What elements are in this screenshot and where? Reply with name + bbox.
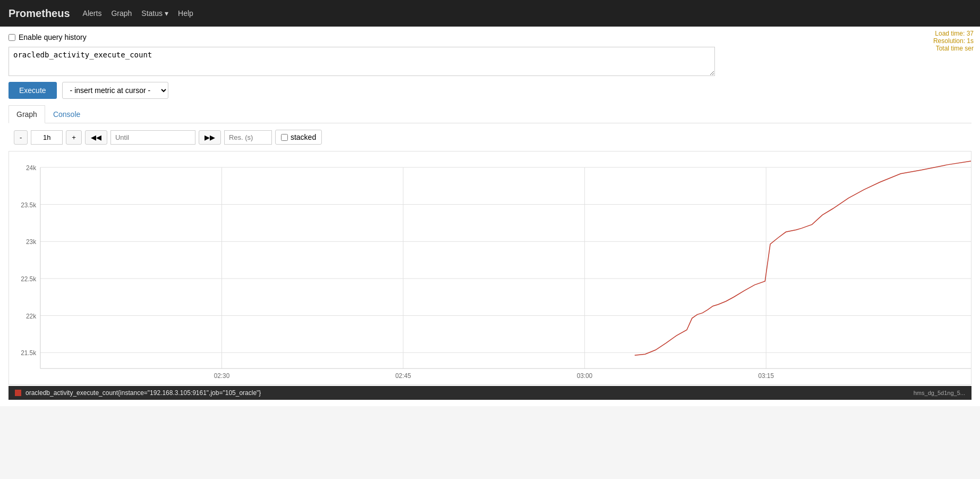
zoom-in-button[interactable]: + [66,130,82,145]
status-label: Status [141,9,163,18]
svg-text:24k: 24k [26,164,36,172]
svg-text:23k: 23k [26,238,36,246]
status-caret-icon: ▾ [165,9,168,18]
query-history-label[interactable]: Enable query history [19,33,87,41]
zoom-out-button[interactable]: - [14,130,28,145]
load-info: Load time: 37 Resolution: 1s Total time … [933,30,974,52]
legend-color-box [15,390,21,396]
chart-svg: 24k 23.5k 23k 22.5k 22k 21.5k 02:30 02:4… [9,152,971,384]
stacked-label[interactable]: stacked [275,130,322,145]
svg-text:03:15: 03:15 [759,372,774,380]
resolution-input[interactable] [224,130,272,145]
svg-text:02:45: 02:45 [395,372,411,380]
insert-metric-select[interactable]: - insert metric at cursor - [62,82,168,99]
until-input[interactable] [110,130,195,145]
query-history-row: Enable query history [8,33,972,41]
load-time: Load time: 37 [933,30,974,37]
tab-bar: Graph Console [8,105,972,123]
tab-console[interactable]: Console [45,105,88,123]
navbar: Prometheus Alerts Graph Status ▾ Help [0,0,980,27]
resolution: Resolution: 1s [933,37,974,45]
legend-right-text: hms_dg_5d1ng_5... [914,390,965,396]
back-button[interactable]: ◀◀ [85,130,107,145]
legend-text: oracledb_activity_execute_count{instance… [25,389,261,397]
alerts-link[interactable]: Alerts [83,7,102,20]
query-history-checkbox[interactable] [8,34,15,41]
total-time: Total time ser [933,45,974,52]
chart-line [635,161,971,355]
chart-container: 24k 23.5k 23k 22.5k 22k 21.5k 02:30 02:4… [8,151,972,385]
svg-text:23.5k: 23.5k [21,201,36,208]
execute-row: Execute - insert metric at cursor - [8,82,972,99]
svg-text:03:00: 03:00 [577,372,593,380]
duration-input[interactable] [31,130,63,145]
stacked-checkbox[interactable] [281,134,288,141]
svg-text:02:30: 02:30 [214,372,230,380]
legend-bar: oracledb_activity_execute_count{instance… [8,386,972,400]
status-dropdown[interactable]: Status ▾ [141,7,168,20]
execute-button[interactable]: Execute [8,82,57,99]
brand-logo: Prometheus [8,7,70,20]
graph-link[interactable]: Graph [111,7,132,20]
svg-text:21.5k: 21.5k [21,349,36,357]
query-input[interactable]: oracledb_activity_execute_count [8,47,715,76]
main-content: Enable query history oracledb_activity_e… [0,27,980,406]
graph-controls: - + ◀◀ ▶▶ stacked [14,130,972,145]
stacked-text: stacked [291,133,316,141]
svg-text:22.5k: 22.5k [21,275,36,283]
tab-graph[interactable]: Graph [8,105,45,123]
forward-button[interactable]: ▶▶ [199,130,221,145]
svg-text:22k: 22k [26,312,36,320]
help-link[interactable]: Help [178,7,193,20]
